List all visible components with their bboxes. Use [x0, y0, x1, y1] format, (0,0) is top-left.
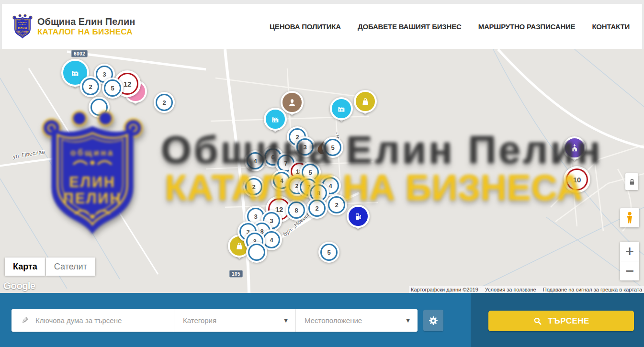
category-select-value: Категория: [183, 316, 216, 325]
cluster-marker[interactable]: 4: [245, 150, 266, 171]
advanced-search-button[interactable]: [423, 310, 443, 331]
keyword-section: ✎: [11, 309, 174, 332]
chevron-down-icon: ▼: [406, 318, 410, 323]
page: община ЕЛИН ПЕЛИН Община Елин Пелин КАТА…: [0, 0, 644, 347]
category-select[interactable]: Категория ▼: [174, 309, 295, 332]
search-panel: ✎ Категория ▼ Местоположение ▼: [11, 309, 418, 332]
nav-item-2[interactable]: ДОБАВЕТЕ ВАШИЯТ БИЗНЕС: [358, 22, 462, 31]
google-logo[interactable]: Google: [3, 280, 35, 291]
site-subtitle: КАТАЛОГ НА БИЗНЕСА: [37, 27, 135, 36]
search-button[interactable]: ТЪРСЕНЕ: [488, 311, 634, 331]
cluster-marker[interactable]: 8: [286, 200, 307, 221]
search-icon: [533, 316, 542, 326]
search-bar: ✎ Категория ▼ Местоположение ▼: [0, 293, 644, 347]
map-type-control: Карта Сателит: [5, 257, 95, 276]
keyword-input[interactable]: [34, 316, 174, 325]
cluster-marker[interactable]: 5: [322, 137, 343, 158]
terms-link[interactable]: Условия за ползване: [485, 287, 536, 292]
markers-layer: 32512223564713542274821282338343510: [0, 49, 644, 293]
map-type-satellite-button[interactable]: Сателит: [46, 257, 95, 276]
cluster-marker[interactable]: 2: [326, 194, 347, 215]
nav-item-1[interactable]: ЦЕНОВА ПОЛИТИКА: [270, 22, 341, 31]
bag-pin[interactable]: [354, 90, 377, 113]
factory-pin[interactable]: [264, 108, 287, 131]
location-select[interactable]: Местоположение ▼: [295, 309, 418, 332]
site-title: Община Елин Пелин: [37, 16, 135, 27]
nav-item-3[interactable]: МАРШРУТНО РАЗПИСАНИЕ: [478, 22, 576, 31]
streetview-lock-button[interactable]: [625, 173, 638, 190]
church-pin[interactable]: [563, 136, 586, 159]
pegman-button[interactable]: [620, 208, 639, 227]
cluster-marker[interactable]: 3: [294, 136, 316, 157]
zoom-in-button[interactable]: +: [620, 242, 639, 261]
zoom-control: + −: [620, 242, 639, 280]
cluster-marker[interactable]: 2: [154, 92, 175, 113]
gear-icon: [428, 315, 439, 326]
cluster-marker[interactable]: 10: [564, 166, 590, 193]
factory-pin[interactable]: [330, 97, 353, 120]
cluster-marker[interactable]: [89, 97, 110, 118]
report-error-link[interactable]: Подаване на сигнал за грешка в картата: [543, 287, 642, 292]
map-data-copyright: Картографски данни ©2019: [411, 287, 478, 292]
map-canvas[interactable]: 6002105ул. Преславбул. „Новоселци" 32512…: [0, 49, 644, 293]
fuel-pin[interactable]: [347, 205, 370, 228]
pegman-icon: [623, 211, 636, 225]
location-select-value: Местоположение: [305, 316, 362, 325]
search-button-label: ТЪРСЕНЕ: [548, 316, 589, 326]
map-type-map-button[interactable]: Карта: [5, 257, 45, 276]
lock-icon: [627, 177, 637, 187]
cluster-marker[interactable]: 5: [318, 242, 339, 263]
main-nav: ЦЕНОВА ПОЛИТИКАДОБАВЕТЕ ВАШИЯТ БИЗНЕСМАР…: [270, 22, 630, 31]
cluster-marker[interactable]: 2: [306, 198, 328, 219]
map-attribution: Картографски данни ©2019 Условия за полз…: [409, 286, 644, 293]
cluster-marker[interactable]: 5: [102, 78, 123, 99]
brand[interactable]: Община Елин Пелин КАТАЛОГ НА БИЗНЕСА: [12, 13, 135, 39]
cluster-marker[interactable]: [246, 242, 267, 263]
pencil-icon: ✎: [22, 315, 29, 325]
cluster-marker[interactable]: 2: [80, 76, 101, 97]
municipality-logo-icon: [12, 13, 33, 39]
chevron-down-icon: ▼: [284, 318, 288, 323]
zoom-out-button[interactable]: −: [620, 261, 639, 280]
header: Община Елин Пелин КАТАЛОГ НА БИЗНЕСА ЦЕН…: [0, 0, 644, 49]
nav-item-4[interactable]: КОНТАКТИ: [592, 22, 630, 31]
cluster-marker[interactable]: 2: [243, 176, 264, 197]
